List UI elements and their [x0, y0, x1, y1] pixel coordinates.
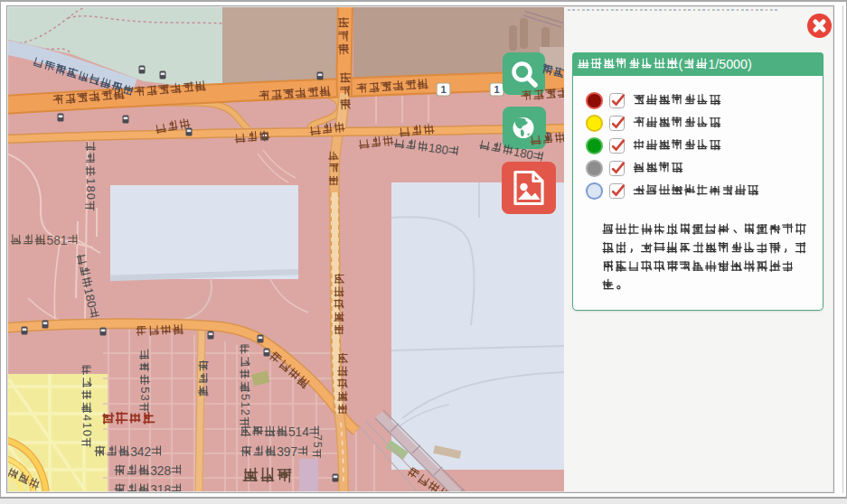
svg-text:1: 1: [440, 84, 446, 95]
svg-text:1: 1: [494, 84, 499, 95]
